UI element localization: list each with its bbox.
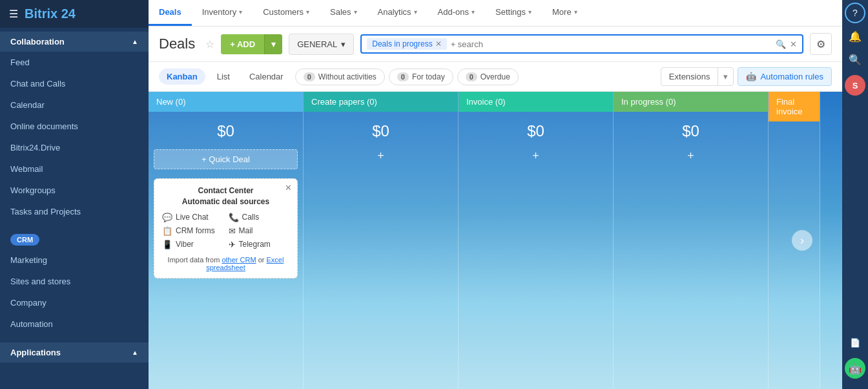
kanban-scroll-right-button[interactable]: › (792, 230, 812, 251)
hamburger-icon[interactable]: ☰ (9, 8, 18, 20)
crm-section: CRM Marketing Sites and stores Company A… (0, 226, 149, 339)
sidebar-item-calendar[interactable]: Calendar (0, 94, 149, 116)
column-amount-create: $0 (304, 112, 458, 145)
sidebar-item-sites[interactable]: Sites and stores (0, 271, 149, 292)
sidebar: ☰ Bitrix 24 Collaboration ▲ Feed Chat an… (0, 0, 149, 389)
applications-header[interactable]: Applications ▲ (0, 342, 149, 363)
filter-for-today[interactable]: 0 For today (389, 68, 453, 85)
collaboration-header[interactable]: Collaboration ▲ (0, 32, 149, 52)
crm-badge[interactable]: CRM (10, 234, 39, 246)
tab-list[interactable]: List (209, 68, 238, 85)
notifications-button[interactable]: 🔔 (845, 26, 865, 47)
toolbar: Deals ☆ + ADD ▾ GENERAL ▾ Deals in progr… (149, 26, 842, 62)
search-tag-deals-in-progress: Deals in progress ✕ (367, 38, 446, 50)
kanban-column-inprogress: In progress (0) $0 + (614, 92, 769, 389)
robot-icon[interactable]: 🤖 (845, 358, 865, 379)
kanban-column-create: Create papers (0) $0 + (304, 92, 459, 389)
top-nav: Deals Inventory ▾ Customers ▾ Sales ▾ An… (149, 0, 842, 26)
popup-title: Contact Center Automatic deal sources (162, 185, 289, 207)
nav-more[interactable]: More ▾ (542, 0, 588, 26)
sidebar-item-automation[interactable]: Automation (0, 313, 149, 335)
add-dropdown-button[interactable]: ▾ (264, 34, 282, 54)
addons-chevron-icon: ▾ (471, 8, 475, 16)
popup-item-mail[interactable]: ✉ Mail (229, 226, 290, 236)
add-button[interactable]: + ADD ▾ (221, 34, 282, 54)
page-icon[interactable]: 📄 (845, 332, 865, 353)
filter-overdue[interactable]: 0 Overdue (457, 68, 519, 85)
kanban-column-new: New (0) $0 + Quick Deal ✕ Contact Center… (149, 92, 304, 389)
extensions-chevron-icon[interactable]: ▾ (718, 68, 733, 85)
view-tabs: Kanban List Calendar 0 Without activitie… (149, 62, 842, 92)
general-pipeline-button[interactable]: GENERAL ▾ (289, 34, 354, 55)
mail-icon: ✉ (229, 226, 236, 236)
nav-inventory[interactable]: Inventory ▾ (192, 0, 253, 26)
sidebar-item-company[interactable]: Company (0, 292, 149, 313)
sidebar-item-workgroups[interactable]: Workgroups (0, 180, 149, 201)
popup-close-button[interactable]: ✕ (285, 183, 292, 193)
nav-sales[interactable]: Sales ▾ (320, 0, 367, 26)
popup-sources-grid: 💬 Live Chat 📞 Calls 📋 CRM forms ✉ Mail (162, 213, 289, 249)
extensions-button[interactable]: Extensions ▾ (661, 67, 734, 86)
sidebar-item-chat[interactable]: Chat and Calls (0, 73, 149, 94)
popup-item-viber[interactable]: 📱 Viber (162, 240, 223, 249)
search-icon[interactable]: 🔍 (776, 39, 786, 49)
nav-settings[interactable]: Settings ▾ (485, 0, 542, 26)
automation-rules-button[interactable]: 🤖 Automation rules (738, 67, 832, 86)
chevron-down-icon: ▲ (132, 349, 138, 356)
logo[interactable]: ☰ Bitrix 24 (0, 0, 149, 28)
sidebar-item-docs[interactable]: Online documents (0, 116, 149, 137)
column-amount-inprogress: $0 (614, 112, 768, 145)
search-input[interactable] (451, 39, 772, 49)
favorite-star-icon[interactable]: ☆ (205, 38, 214, 50)
robot-automation-icon: 🤖 (746, 72, 756, 81)
nav-addons[interactable]: Add-ons ▾ (428, 0, 485, 26)
sidebar-item-webmail[interactable]: Webmail (0, 158, 149, 180)
telegram-icon: ✈ (229, 240, 236, 249)
popup-item-live-chat[interactable]: 💬 Live Chat (162, 213, 223, 222)
user-avatar[interactable]: S (845, 75, 865, 96)
chevron-up-icon: ▲ (132, 38, 138, 45)
column-header-create: Create papers (0) (304, 92, 458, 112)
settings-button[interactable]: ⚙ (810, 33, 832, 55)
kanban-column-invoice: Invoice (0) $0 + (459, 92, 614, 389)
nav-deals[interactable]: Deals (149, 0, 192, 26)
add-main-button[interactable]: + ADD (221, 34, 264, 54)
nav-customers[interactable]: Customers ▾ (253, 0, 320, 26)
nav-analytics[interactable]: Analytics ▾ (367, 0, 428, 26)
sidebar-item-feed[interactable]: Feed (0, 52, 149, 73)
settings-chevron-icon: ▾ (528, 8, 532, 16)
sidebar-item-marketing[interactable]: Marketing (0, 249, 149, 271)
popup-item-calls[interactable]: 📞 Calls (229, 213, 290, 222)
clear-search-icon[interactable]: ✕ (790, 39, 797, 49)
applications-section: Applications ▲ (0, 339, 149, 366)
column-amount-invoice: $0 (459, 112, 613, 145)
popup-item-crm-forms[interactable]: 📋 CRM forms (162, 226, 223, 236)
viber-icon: 📱 (162, 240, 172, 249)
add-deal-invoice-button[interactable]: + (459, 145, 613, 167)
gear-icon: ⚙ (816, 38, 825, 50)
right-strip: ? 🔔 🔍 S 📄 🤖 (842, 0, 868, 389)
popup-item-telegram[interactable]: ✈ Telegram (229, 240, 290, 249)
remove-tag-icon[interactable]: ✕ (435, 39, 442, 48)
search-bar: Deals in progress ✕ 🔍 ✕ (360, 34, 803, 54)
inventory-chevron-icon: ▾ (239, 8, 242, 16)
contact-center-popup: ✕ Contact Center Automatic deal sources … (154, 178, 298, 279)
column-header-inprogress: In progress (0) (614, 92, 768, 112)
column-header-invoice: Invoice (0) (459, 92, 613, 112)
column-header-finalinvoice: Final invoice (769, 92, 820, 121)
add-deal-create-button[interactable]: + (304, 145, 458, 167)
analytics-chevron-icon: ▾ (414, 8, 417, 16)
help-button[interactable]: ? (845, 3, 865, 23)
filter-without-activities[interactable]: 0 Without activities (295, 68, 385, 85)
tab-calendar[interactable]: Calendar (242, 68, 291, 85)
sidebar-item-drive[interactable]: Bitrix24.Drive (0, 137, 149, 158)
tab-kanban[interactable]: Kanban (159, 68, 205, 85)
collaboration-section: Collaboration ▲ Feed Chat and Calls Cale… (0, 28, 149, 226)
other-crm-link[interactable]: other CRM (222, 256, 256, 264)
column-header-new: New (0) (149, 92, 303, 112)
add-deal-inprogress-button[interactable]: + (614, 145, 768, 167)
global-search-button[interactable]: 🔍 (845, 49, 865, 70)
sidebar-item-tasks[interactable]: Tasks and Projects (0, 201, 149, 222)
quick-deal-button[interactable]: + Quick Deal (154, 149, 298, 169)
page-title: Deals (159, 36, 195, 52)
